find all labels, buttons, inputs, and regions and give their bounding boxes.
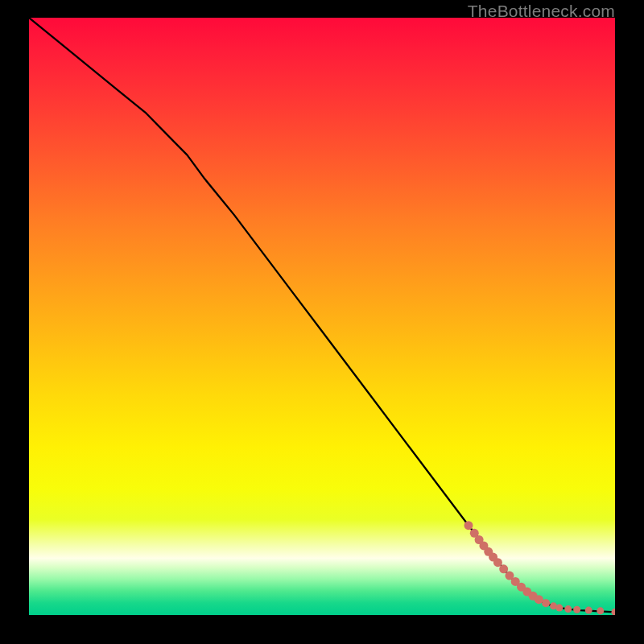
chart-frame: TheBottleneck.com [0, 0, 644, 644]
data-point [542, 599, 550, 607]
data-point [597, 607, 604, 614]
data-point [493, 558, 502, 567]
data-point [585, 607, 592, 614]
highlighted-points [464, 521, 616, 615]
data-point [499, 564, 508, 573]
data-point [573, 606, 580, 613]
data-point [464, 521, 473, 530]
data-point [564, 605, 572, 613]
plot-area [29, 18, 615, 615]
curve-line [29, 18, 615, 612]
data-point [612, 609, 616, 615]
data-point [555, 605, 563, 612]
chart-overlay [29, 18, 615, 615]
